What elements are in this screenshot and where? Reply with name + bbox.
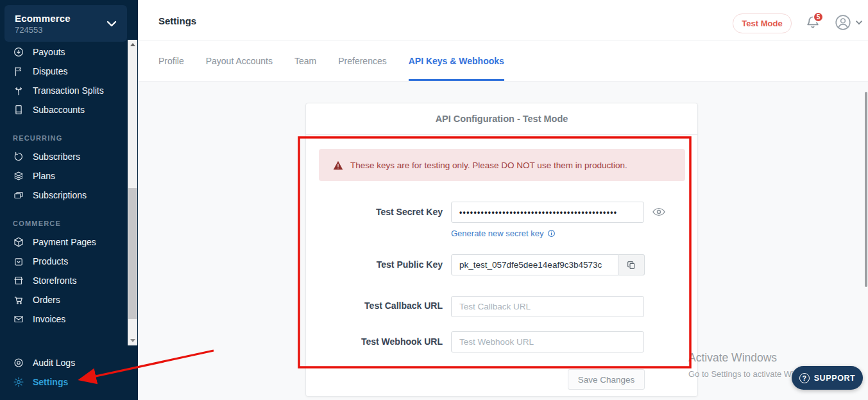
api-configuration-card: API Configuration - Test Mode	[305, 103, 698, 397]
notification-badge: 5	[813, 12, 824, 22]
warning-triangle-icon	[333, 161, 343, 170]
sidebar-item-label: Products	[33, 256, 68, 266]
sidebar-item-label: Payment Pages	[33, 237, 96, 247]
webhook-url-label: Test Webhook URL	[302, 336, 443, 347]
generate-secret-key-link[interactable]: Generate new secret key	[451, 229, 556, 238]
page-title: Settings	[158, 15, 196, 26]
layers-icon	[13, 170, 24, 182]
sidebar-item-invoices[interactable]: Invoices	[0, 309, 127, 329]
sidebar-item-label: Transaction Splits	[33, 85, 104, 96]
sidebar-item-subscribers[interactable]: Subscribers	[0, 147, 127, 166]
sidebar-item-label: Payouts	[33, 47, 65, 57]
eye-icon	[13, 357, 24, 369]
sidebar-item-label: Orders	[33, 295, 60, 305]
notifications-button[interactable]: 5	[805, 14, 822, 32]
cart-icon	[13, 294, 24, 306]
business-switcher[interactable]: Ecommerce 724553	[4, 5, 127, 42]
sidebar-item-label: Subscribers	[33, 152, 80, 162]
account-menu[interactable]	[835, 14, 862, 31]
sidebar-item-products[interactable]: Products	[0, 252, 127, 271]
storefront-icon	[13, 275, 24, 286]
avatar-icon	[835, 14, 851, 31]
secret-key-label: Test Secret Key	[302, 207, 443, 217]
flag-icon	[13, 65, 24, 77]
reveal-secret-button[interactable]	[652, 205, 667, 218]
copy-public-key-button[interactable]	[618, 254, 645, 275]
scroll-down-arrow[interactable]	[128, 336, 137, 345]
sidebar-item-audit-logs[interactable]: Audit Logs	[0, 353, 127, 372]
sidebar-item-plans[interactable]: Plans	[0, 166, 127, 186]
sidebar-scrollbar	[128, 40, 137, 345]
sidebar: Ecommerce 724553 Payouts Disputes Transa…	[0, 0, 138, 400]
sidebar-nav: Payouts Disputes Transaction Splits Suba…	[0, 42, 127, 329]
page-scrollbar-thumb[interactable]	[865, 92, 867, 287]
webhook-url-input[interactable]	[451, 331, 644, 352]
sidebar-item-subaccounts[interactable]: Subaccounts	[0, 100, 127, 119]
sidebar-scrollbar-thumb[interactable]	[128, 188, 137, 319]
split-icon	[13, 85, 24, 96]
eye-icon	[652, 206, 667, 218]
public-key-label: Test Public Key	[302, 259, 443, 270]
sidebar-item-subscriptions[interactable]: Subscriptions	[0, 186, 127, 205]
sidebar-item-transaction-splits[interactable]: Transaction Splits	[0, 81, 127, 100]
sidebar-item-label: Audit Logs	[33, 358, 75, 368]
sidebar-item-label: Subscriptions	[33, 190, 87, 200]
question-icon: ?	[799, 373, 810, 383]
topbar: Settings Test Mode 5	[138, 0, 868, 40]
sidebar-item-label: Subaccounts	[33, 105, 85, 115]
sidebar-item-label: Plans	[33, 171, 55, 181]
paystack-dashboard: Ecommerce 724553 Payouts Disputes Transa…	[0, 0, 868, 400]
copy-icon	[626, 260, 636, 270]
info-icon	[547, 229, 556, 238]
tab-team[interactable]: Team	[294, 40, 316, 81]
sidebar-item-label: Invoices	[33, 314, 65, 324]
cards-icon	[13, 189, 24, 201]
package-icon	[13, 236, 24, 248]
ledger-icon	[13, 104, 24, 116]
section-commerce: COMMERCE	[0, 214, 127, 232]
warning-text: These keys are for testing only. Please …	[350, 161, 627, 170]
bag-icon	[13, 256, 24, 267]
gear-icon	[13, 376, 24, 388]
sidebar-item-label: Storefronts	[33, 275, 76, 286]
chevron-down-icon	[106, 21, 117, 27]
sidebar-item-label: Disputes	[33, 66, 67, 76]
callback-url-input[interactable]	[451, 296, 644, 317]
section-recurring: RECURRING	[0, 128, 127, 147]
refresh-icon	[13, 151, 24, 162]
settings-tabs: Profile Payout Accounts Team Preferences…	[138, 40, 868, 82]
public-key-group	[451, 254, 645, 275]
card-title: API Configuration - Test Mode	[306, 103, 697, 135]
tab-profile[interactable]: Profile	[158, 40, 184, 81]
scroll-up-arrow[interactable]	[128, 40, 137, 49]
callback-url-label: Test Callback URL	[302, 300, 443, 311]
sidebar-item-orders[interactable]: Orders	[0, 290, 127, 309]
support-button[interactable]: ? SUPPORT	[792, 366, 863, 390]
tab-api-keys-webhooks[interactable]: API Keys & Webhooks	[409, 40, 504, 81]
caret-down-icon	[856, 21, 862, 25]
sidebar-item-disputes[interactable]: Disputes	[0, 62, 127, 81]
sidebar-item-label: Settings	[33, 377, 68, 387]
envelope-icon	[13, 313, 24, 325]
sidebar-bottom: Audit Logs Settings	[0, 353, 127, 392]
business-id: 724553	[15, 25, 71, 35]
sidebar-item-storefronts[interactable]: Storefronts	[0, 271, 127, 290]
payout-icon	[13, 46, 24, 58]
public-key-input[interactable]	[451, 254, 618, 275]
sidebar-item-settings[interactable]: Settings	[0, 372, 127, 392]
tab-payout-accounts[interactable]: Payout Accounts	[206, 40, 273, 81]
secret-key-input[interactable]	[451, 202, 644, 223]
warning-banner: These keys are for testing only. Please …	[319, 149, 685, 181]
test-mode-badge[interactable]: Test Mode	[733, 13, 792, 33]
sidebar-item-payment-pages[interactable]: Payment Pages	[0, 232, 127, 252]
tab-preferences[interactable]: Preferences	[338, 40, 386, 81]
sidebar-item-payouts[interactable]: Payouts	[0, 42, 127, 62]
business-name: Ecommerce	[15, 13, 71, 24]
save-changes-button[interactable]: Save Changes	[568, 369, 645, 390]
